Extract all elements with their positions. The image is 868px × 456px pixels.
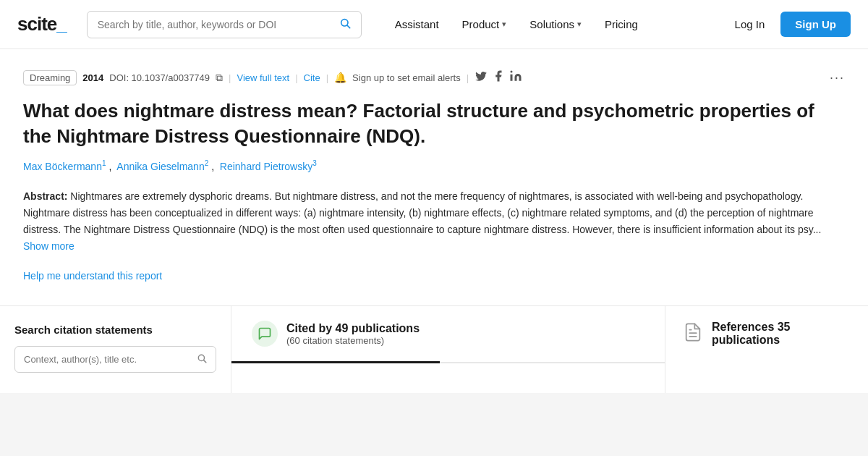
cited-by-tab[interactable]: Cited by 49 publications (60 citation st… bbox=[231, 306, 440, 363]
cited-by-title: Cited by 49 publications bbox=[286, 322, 420, 335]
logo-underscore: _ bbox=[56, 13, 66, 35]
twitter-icon[interactable] bbox=[475, 69, 488, 85]
search-icon bbox=[339, 17, 351, 32]
pipe-2: | bbox=[295, 72, 297, 83]
author-2-link[interactable]: Annika Gieselmann2 bbox=[116, 161, 211, 172]
signup-button[interactable]: Sign Up bbox=[780, 12, 851, 37]
nav-links: Assistant Product ▾ Solutions ▾ Pricing … bbox=[385, 12, 851, 37]
references-title[interactable]: References 35 publications bbox=[712, 321, 851, 347]
tag-dreaming: Dreaming bbox=[23, 70, 77, 85]
author-1-link[interactable]: Max Böckermann1 bbox=[23, 161, 109, 172]
authors: Max Böckermann1 , Annika Gieselmann2 , R… bbox=[23, 159, 845, 172]
author-2-sup: 2 bbox=[205, 159, 209, 167]
navbar: scite_ Assistant Product ▾ Solutions ▾ P… bbox=[0, 0, 868, 49]
bell-icon: 🔔 bbox=[334, 72, 346, 83]
svg-line-1 bbox=[347, 25, 350, 28]
citations-panel: Cited by 49 publications (60 citation st… bbox=[231, 306, 665, 393]
sidebar-search-icon bbox=[197, 353, 207, 366]
sidebar: Search citation statements bbox=[0, 306, 231, 393]
social-icons bbox=[475, 69, 522, 85]
search-input[interactable] bbox=[98, 19, 335, 30]
references-panel: References 35 publications bbox=[665, 306, 868, 393]
nav-assistant[interactable]: Assistant bbox=[385, 12, 449, 36]
search-bar[interactable] bbox=[87, 11, 362, 38]
copy-icon[interactable]: ⧉ bbox=[216, 72, 223, 84]
abstract: Abstract: Nightmares are extremely dysph… bbox=[23, 188, 845, 255]
citations-tabs: Cited by 49 publications (60 citation st… bbox=[231, 306, 665, 363]
cite-link[interactable]: Cite bbox=[304, 72, 320, 83]
author-1-sup: 1 bbox=[102, 159, 106, 167]
facebook-icon[interactable] bbox=[492, 69, 505, 85]
author-3-link[interactable]: Reinhard Pietrowsky3 bbox=[220, 161, 317, 172]
login-button[interactable]: Log In bbox=[722, 12, 778, 36]
citation-statements-sub: (60 citation statements) bbox=[286, 335, 420, 346]
cited-by-icon bbox=[252, 321, 278, 347]
show-more-link[interactable]: Show more bbox=[23, 240, 75, 252]
paper-content: Dreaming 2014 DOI: 10.1037/a0037749 ⧉ | … bbox=[0, 49, 868, 306]
view-full-text-link[interactable]: View full text bbox=[237, 72, 289, 83]
abstract-label: Abstract: bbox=[23, 190, 67, 202]
nav-solutions[interactable]: Solutions ▾ bbox=[519, 12, 592, 36]
linkedin-icon[interactable] bbox=[509, 69, 522, 85]
sidebar-title: Search citation statements bbox=[14, 324, 216, 336]
solutions-chevron: ▾ bbox=[577, 20, 582, 29]
sidebar-search-input[interactable] bbox=[24, 354, 197, 365]
help-link[interactable]: Help me understand this report bbox=[23, 270, 162, 282]
bottom-section: Search citation statements bbox=[0, 306, 868, 393]
references-icon bbox=[683, 322, 703, 347]
pipe-3: | bbox=[326, 72, 328, 83]
meta-row: Dreaming 2014 DOI: 10.1037/a0037749 ⧉ | … bbox=[23, 69, 845, 85]
svg-line-4 bbox=[204, 360, 206, 363]
pipe-4: | bbox=[467, 72, 469, 83]
sidebar-search[interactable] bbox=[14, 346, 216, 373]
nav-pricing[interactable]: Pricing bbox=[595, 12, 648, 36]
product-chevron: ▾ bbox=[502, 20, 506, 29]
cited-by-text: Cited by 49 publications (60 citation st… bbox=[286, 322, 420, 346]
paper-title: What does nightmare distress mean? Facto… bbox=[23, 98, 845, 149]
paper-doi: DOI: 10.1037/a0037749 bbox=[109, 72, 210, 83]
more-options-button[interactable]: ··· bbox=[830, 70, 845, 85]
paper-year: 2014 bbox=[82, 72, 103, 83]
pipe-1: | bbox=[229, 72, 231, 83]
logo: scite_ bbox=[17, 13, 67, 35]
abstract-text: Nightmares are extremely dysphoric dream… bbox=[23, 190, 821, 235]
svg-point-2 bbox=[511, 71, 513, 73]
author-3-sup: 3 bbox=[312, 159, 317, 167]
alert-text: Sign up to set email alerts bbox=[352, 72, 461, 83]
nav-product[interactable]: Product ▾ bbox=[452, 12, 517, 36]
